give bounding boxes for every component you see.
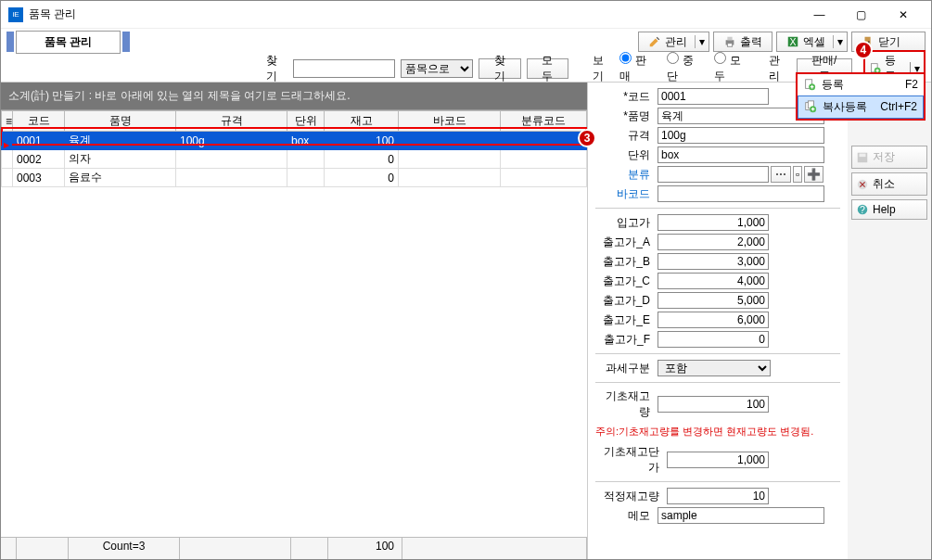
search-field-select[interactable]: 품목으로 — [401, 59, 473, 78]
label-outf: 출고가_F — [595, 332, 656, 348]
field-barcode[interactable] — [658, 185, 824, 202]
warning-text: 주의:기초재고량를 변경하면 현재고량도 변경됨. — [595, 423, 840, 444]
svg-text:X: X — [789, 36, 796, 47]
dropdown-arrow-icon: ▾ — [695, 35, 705, 48]
help-button[interactable]: ? Help — [851, 199, 927, 220]
label-unit: 단위 — [595, 147, 656, 163]
pencil-icon — [648, 35, 661, 48]
label-outa: 출고가_A — [595, 235, 656, 250]
label-inprice: 입고가 — [595, 215, 656, 231]
col-spec[interactable]: 규격 — [176, 111, 287, 132]
label-outd: 출고가_D — [595, 293, 656, 309]
radio-stop[interactable]: 중단 — [667, 52, 703, 84]
field-outc[interactable] — [658, 273, 769, 289]
printer-icon — [723, 35, 736, 48]
table-row[interactable]: 0003 음료수 0 — [2, 169, 587, 187]
side-panel: 저장 취소 ? Help — [848, 83, 931, 559]
app-icon: iE — [8, 7, 23, 22]
plus-icon: ➕ — [807, 168, 821, 181]
maximize-button[interactable]: ▢ — [840, 2, 882, 28]
field-tax[interactable]: 포함 — [658, 360, 771, 376]
window-title: 품목 관리 — [29, 6, 798, 22]
col-barcode[interactable]: 바코드 — [399, 111, 501, 132]
field-spec[interactable] — [658, 127, 824, 144]
label-cat[interactable]: 분류 — [595, 167, 656, 183]
label-barcode[interactable]: 바코드 — [595, 186, 656, 202]
label-oute: 출고가_E — [595, 312, 656, 328]
callout-badge-3: 3 — [578, 129, 596, 147]
field-code[interactable] — [658, 88, 769, 105]
search-input[interactable] — [293, 59, 395, 78]
search-bar: 찾기 품목으로 찾기 모두 보기 판매 중단 모두 관리 판매/중 4 등록 ▾… — [1, 55, 931, 83]
label-spec: 규격 — [595, 128, 656, 144]
register-dropdown: 등록 F2 복사등록 Ctrl+F2 — [796, 72, 926, 121]
cancel-button[interactable]: 취소 — [851, 172, 927, 196]
add-doc-icon — [803, 78, 816, 91]
table-row[interactable]: 0002 의자 0 — [2, 150, 587, 169]
field-initprice[interactable] — [667, 452, 769, 468]
cancel-icon — [856, 178, 869, 191]
cat-clear-button[interactable]: ▫ — [793, 166, 802, 183]
copy-doc-icon — [804, 100, 817, 113]
grid-header-row[interactable]: ≡ 코드 품명 규격 단위 재고 바코드 분류코드 — [2, 111, 587, 132]
field-outb[interactable] — [658, 253, 769, 270]
manage-button[interactable]: 관리 ▾ — [638, 32, 709, 52]
cat-lookup-button[interactable]: ⋯ — [771, 166, 791, 183]
col-name[interactable]: 품명 — [65, 111, 176, 132]
col-cat[interactable]: 분류코드 — [501, 111, 587, 132]
label-initstock: 기초재고량 — [595, 388, 656, 420]
page-title: 품목 관리 — [16, 31, 121, 54]
field-inprice[interactable] — [658, 214, 769, 231]
field-outa[interactable] — [658, 234, 769, 250]
main-toolbar: 품목 관리 관리 ▾ 출력 X 엑셀 ▾ 닫기 — [1, 29, 931, 55]
radio-sale[interactable]: 판매 — [619, 52, 656, 84]
help-icon: ? — [856, 203, 869, 216]
view-label: 보기 — [593, 53, 614, 84]
menu-item-copy-register[interactable]: 복사등록 Ctrl+F2 — [798, 95, 924, 119]
all-button[interactable]: 모두 — [527, 58, 568, 79]
bracket-left — [6, 32, 14, 52]
row-indicator-header: ≡ — [2, 111, 13, 132]
col-code[interactable]: 코드 — [13, 111, 65, 132]
field-cat[interactable] — [658, 166, 769, 183]
menu-item-register[interactable]: 등록 F2 — [798, 74, 924, 95]
detail-panel: *코드 *품명 규격 단위 분류 ⋯ ▫ ➕ 바코드 입고가 출고가_ — [588, 83, 848, 559]
svg-rect-15 — [860, 153, 866, 157]
cat-add-button[interactable]: ➕ — [804, 166, 823, 183]
svg-rect-1 — [727, 37, 732, 41]
close-window-button[interactable]: ✕ — [882, 2, 924, 28]
group-by-hint[interactable]: 소계(計) 만들기 : 바로 아래에 있는 열의 제목을 여기로 드래그하세요. — [1, 83, 587, 109]
close-label: 닫기 — [878, 34, 900, 50]
field-outf[interactable] — [658, 331, 769, 348]
find-button[interactable]: 찾기 — [479, 58, 520, 79]
radio-all[interactable]: 모두 — [714, 52, 750, 84]
field-oute[interactable] — [658, 312, 769, 328]
admin-label: 관리 — [769, 53, 790, 84]
register-wrap: 4 등록 ▾ 등록 F2 복사등록 Ctrl+F2 — [863, 50, 926, 87]
minimize-button[interactable]: — — [798, 2, 840, 28]
col-unit[interactable]: 단위 — [287, 111, 325, 132]
callout-badge-4: 4 — [854, 41, 873, 59]
clear-icon: ▫ — [796, 168, 799, 181]
excel-label: 엑셀 — [803, 34, 825, 50]
print-button[interactable]: 출력 — [713, 32, 772, 52]
view-radio-group: 판매 중단 모두 — [619, 52, 750, 84]
main-area: 소계(計) 만들기 : 바로 아래에 있는 열의 제목을 여기로 드래그하세요.… — [1, 83, 931, 559]
col-stock[interactable]: 재고 — [325, 111, 399, 132]
bracket-right — [122, 32, 130, 52]
field-memo[interactable] — [658, 507, 824, 524]
save-button[interactable]: 저장 — [851, 146, 927, 169]
excel-button[interactable]: X 엑셀 ▾ — [776, 32, 848, 52]
field-safestock[interactable] — [667, 488, 769, 504]
field-unit[interactable] — [658, 146, 824, 163]
field-outd[interactable] — [658, 292, 769, 309]
label-initprice: 기초재고단가 — [595, 444, 665, 476]
svg-rect-2 — [727, 44, 732, 47]
label-tax: 과세구분 — [595, 361, 656, 376]
label-outc: 출고가_C — [595, 274, 656, 289]
item-grid[interactable]: 3 ≡ 코드 품명 규격 단위 재고 바코드 분류코드 — [1, 109, 587, 537]
table-row[interactable]: 0001 육계 100g box 100 — [2, 132, 587, 150]
page-title-box: 품목 관리 — [6, 31, 130, 54]
save-icon — [856, 151, 869, 164]
field-initstock[interactable] — [658, 396, 769, 413]
